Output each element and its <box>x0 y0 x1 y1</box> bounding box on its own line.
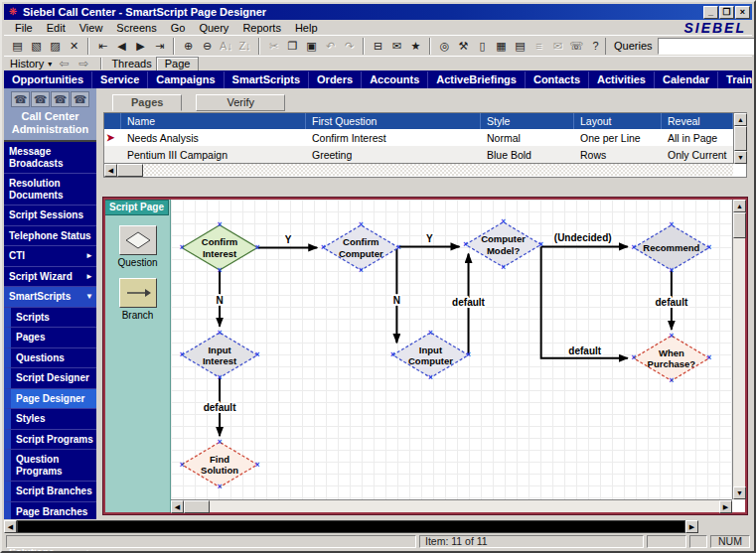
canvas-horizontal-scrollbar[interactable]: ◀ ▶ <box>171 499 732 512</box>
tab-opportunities[interactable]: Opportunities <box>4 71 92 88</box>
cell-reveal[interactable]: Only Current <box>662 149 733 161</box>
column-header-name[interactable]: Name <box>121 113 306 129</box>
cell-first-question[interactable]: Greeting <box>306 149 481 161</box>
canvas-vertical-scrollbar[interactable]: ▲ ▼ <box>732 200 745 499</box>
scroll-track[interactable] <box>17 520 685 533</box>
table-row[interactable]: ➤ Needs Analysis Confirm Interest Normal… <box>104 129 733 146</box>
write-record-button[interactable]: ▤ <box>8 37 27 55</box>
sidebar-item-script-sessions[interactable]: Script Sessions <box>4 206 96 226</box>
new-query-button[interactable]: ▨ <box>46 37 65 55</box>
favorites-button[interactable]: ★ <box>406 37 425 55</box>
menu-file[interactable]: File <box>8 21 40 35</box>
scroll-up-icon[interactable]: ▲ <box>734 113 747 126</box>
search-button[interactable]: ◎ <box>435 37 454 55</box>
cell-layout[interactable]: Rows <box>574 149 662 161</box>
sidebar-item-message-broadcasts[interactable]: Message Broadcasts <box>4 142 96 174</box>
cell-layout[interactable]: One per Line <box>574 132 662 144</box>
help-select-button[interactable]: ? <box>586 37 605 55</box>
column-header-reveal[interactable]: Reveal <box>662 113 733 129</box>
history-back-icon[interactable]: ⇦ <box>56 57 72 70</box>
tab-accounts[interactable]: Accounts <box>362 71 428 88</box>
tab-activities[interactable]: Activities <box>589 71 655 88</box>
print-button[interactable]: ⊟ <box>369 37 387 55</box>
thread-page-chip[interactable]: Page <box>156 57 200 71</box>
sidebar-item-smartscripts[interactable]: SmartScripts▼ <box>4 287 96 308</box>
tab-service[interactable]: Service <box>92 71 148 88</box>
scroll-down-icon[interactable]: ▼ <box>734 151 747 164</box>
delete-record-button[interactable]: ✕ <box>65 37 83 55</box>
reports-button[interactable]: ▦ <box>492 37 511 55</box>
scroll-left-icon[interactable]: ◀ <box>104 164 117 177</box>
close-button[interactable]: × <box>735 6 750 19</box>
zoom-in-button[interactable]: ⊕ <box>179 37 198 55</box>
sidebar-item-pages[interactable]: Pages <box>4 328 96 348</box>
sidebar-item-questions[interactable]: Questions <box>4 348 96 369</box>
new-document-button[interactable]: ▯ <box>473 37 492 55</box>
scroll-thumb[interactable] <box>734 126 747 151</box>
cell-first-question[interactable]: Confirm Interest <box>306 132 481 144</box>
queries-input[interactable] <box>659 39 756 54</box>
maximize-button[interactable]: ❐ <box>719 6 734 19</box>
sidebar-item-styles[interactable]: Styles <box>4 409 96 430</box>
minimize-button[interactable]: _ <box>703 6 718 19</box>
history-menu[interactable]: History <box>10 58 44 69</box>
cell-reveal[interactable]: All in Page <box>662 132 733 144</box>
column-header-first-question[interactable]: First Question <box>306 113 481 129</box>
sidebar-item-cti[interactable]: CTI► <box>4 246 96 267</box>
sidebar-item-script-wizard[interactable]: Script Wizard► <box>4 267 96 288</box>
sidebar-item-page-designer[interactable]: Page Designer <box>4 389 96 410</box>
menu-reports[interactable]: Reports <box>235 21 288 35</box>
new-record-button[interactable]: ▧ <box>27 37 46 55</box>
last-record-button[interactable]: ⇥ <box>150 37 169 55</box>
designer-canvas[interactable]: YY(Undecided)NNdefaultdefaultdefaultdefa… <box>171 200 732 499</box>
cell-name[interactable]: Pentium III Campaign <box>121 149 306 161</box>
scroll-up-icon[interactable]: ▲ <box>733 200 746 212</box>
cell-style[interactable]: Normal <box>481 132 574 144</box>
column-header-style[interactable]: Style <box>481 113 574 129</box>
zoom-out-button[interactable]: ⊖ <box>198 37 217 55</box>
scroll-left-icon[interactable]: ◀ <box>4 520 17 533</box>
scroll-down-icon[interactable]: ▼ <box>733 486 746 499</box>
copy-button[interactable]: ❐ <box>283 37 302 55</box>
list-horizontal-scrollbar[interactable]: ◀ <box>104 163 733 176</box>
sidebar-item-scripts[interactable]: Scripts <box>4 308 96 329</box>
menu-help[interactable]: Help <box>288 21 325 35</box>
smartscript-button[interactable]: ☏ <box>567 37 586 55</box>
send-button[interactable]: ✉ <box>387 37 406 55</box>
paste-button[interactable]: ▣ <box>302 37 321 55</box>
scroll-thumb[interactable] <box>117 164 143 177</box>
tab-calendar[interactable]: Calendar <box>655 71 718 88</box>
history-dropdown-icon[interactable]: ▾ <box>48 60 52 69</box>
cell-name[interactable]: Needs Analysis <box>121 132 306 144</box>
sidebar-item-script-programs[interactable]: Script Programs <box>4 430 96 451</box>
tab-smartscripts[interactable]: SmartScripts <box>225 71 309 88</box>
menu-view[interactable]: View <box>73 21 110 35</box>
customize-button[interactable]: ⚒ <box>454 37 473 55</box>
scroll-right-icon[interactable]: ▶ <box>685 520 698 533</box>
tab-contacts[interactable]: Contacts <box>526 71 589 88</box>
scroll-left-icon[interactable]: ◀ <box>171 500 184 513</box>
scroll-thumb[interactable] <box>733 212 746 238</box>
menu-edit[interactable]: Edit <box>40 21 73 35</box>
first-record-button[interactable]: ⇤ <box>93 37 112 55</box>
verify-button[interactable]: Verify <box>196 94 285 111</box>
flow-edge[interactable] <box>541 246 628 357</box>
menu-query[interactable]: Query <box>192 21 235 35</box>
menu-go[interactable]: Go <box>164 21 193 35</box>
app-horizontal-scrollbar[interactable]: ◀ ▶ <box>4 519 752 534</box>
table-row[interactable]: Pentium III Campaign Greeting Blue Bold … <box>104 146 733 163</box>
scroll-thumb[interactable] <box>184 500 210 513</box>
previous-record-button[interactable]: ◀ <box>112 37 131 55</box>
question-tool-button[interactable] <box>119 225 157 255</box>
queries-combobox[interactable]: ▼ <box>658 38 756 55</box>
sidebar-item-resolution-documents[interactable]: Resolution Documents <box>4 174 96 206</box>
menu-screens[interactable]: Screens <box>109 21 163 35</box>
tab-activebriefings[interactable]: ActiveBriefings <box>428 71 526 88</box>
tab-orders[interactable]: Orders <box>309 71 362 88</box>
history-forward-icon[interactable]: ⇨ <box>76 57 91 70</box>
tab-pages[interactable]: Pages <box>112 94 182 111</box>
branch-tool-button[interactable] <box>119 278 157 308</box>
next-record-button[interactable]: ▶ <box>131 37 150 55</box>
tab-training[interactable]: Training <box>718 71 752 88</box>
sidebar-item-question-programs[interactable]: Question Programs <box>4 450 96 482</box>
